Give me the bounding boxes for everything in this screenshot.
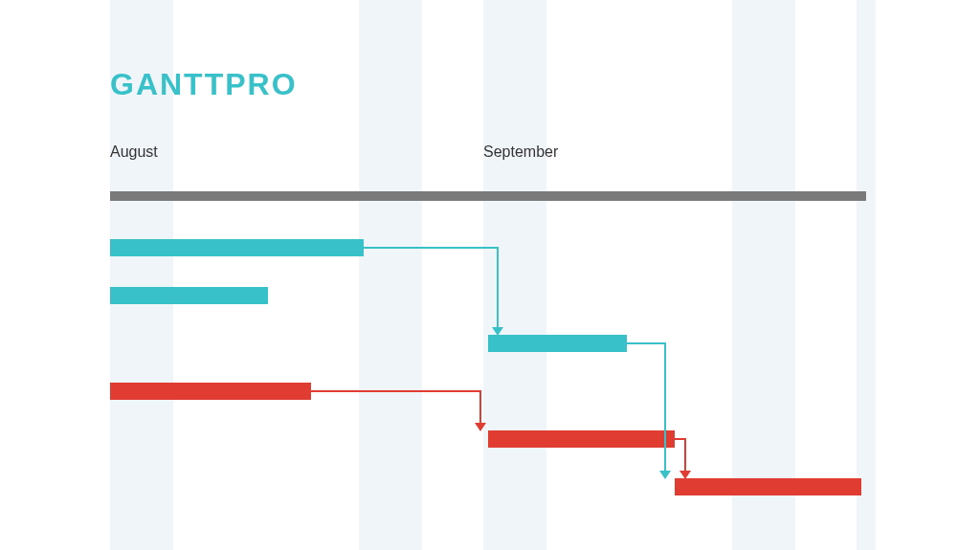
task-bar-1[interactable] [110,239,364,256]
svg-marker-2 [475,423,486,431]
logo: GANTTPRO [110,67,298,102]
task-bar-6[interactable] [675,478,861,495]
timeline-label-august: August [110,143,158,161]
task-bar-4[interactable] [110,383,311,400]
timeline-label-september: September [483,143,558,161]
task-bar-2[interactable] [110,287,268,304]
svg-marker-1 [659,471,671,479]
task-bar-5[interactable] [488,430,675,448]
header-summary-bar [110,191,866,201]
task-bar-3[interactable] [488,335,627,352]
